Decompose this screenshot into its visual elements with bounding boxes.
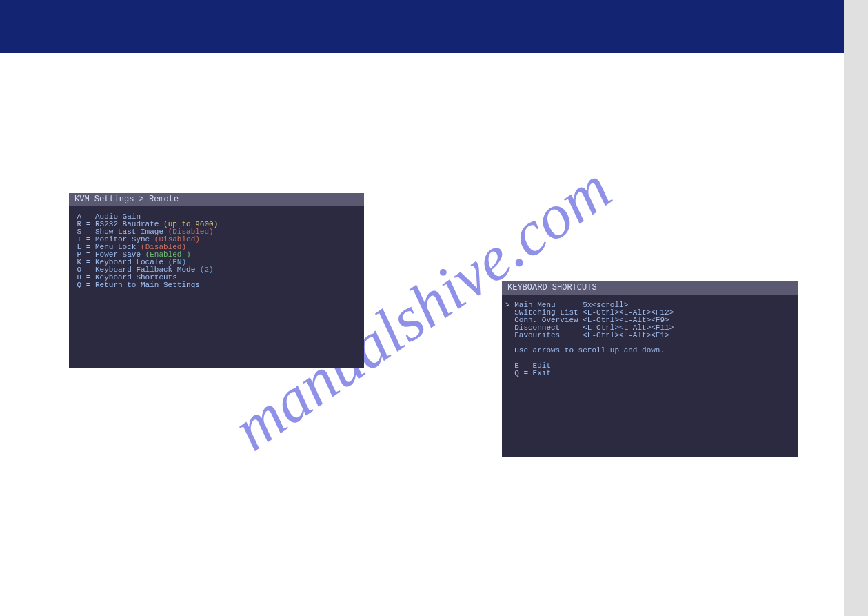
header-band — [0, 0, 844, 53]
terminal-kvm-settings: KVM Settings > Remote A = Audio Gain R =… — [69, 193, 364, 368]
shortcut-line: Favourites <L-Ctrl><L-Alt><F1> — [505, 332, 794, 339]
terminal-body: A = Audio Gain R = RS232 Baudrate (up to… — [69, 206, 364, 296]
page-content: manualshive.com KVM Settings > Remote A … — [0, 0, 844, 616]
terminal-keyboard-shortcuts: KEYBOARD SHORTCUTS > Main Menu 5x<scroll… — [502, 281, 798, 457]
menu-line: Q = Return to Main Settings — [72, 281, 361, 289]
footer-line: Q = Exit — [505, 370, 794, 377]
terminal-body: > Main Menu 5x<scroll> Switching List <L… — [502, 295, 798, 384]
terminal-title: KVM Settings > Remote — [69, 193, 364, 206]
hint-line: Use arrows to scroll up and down. — [505, 347, 794, 355]
terminal-title: KEYBOARD SHORTCUTS — [502, 281, 798, 295]
